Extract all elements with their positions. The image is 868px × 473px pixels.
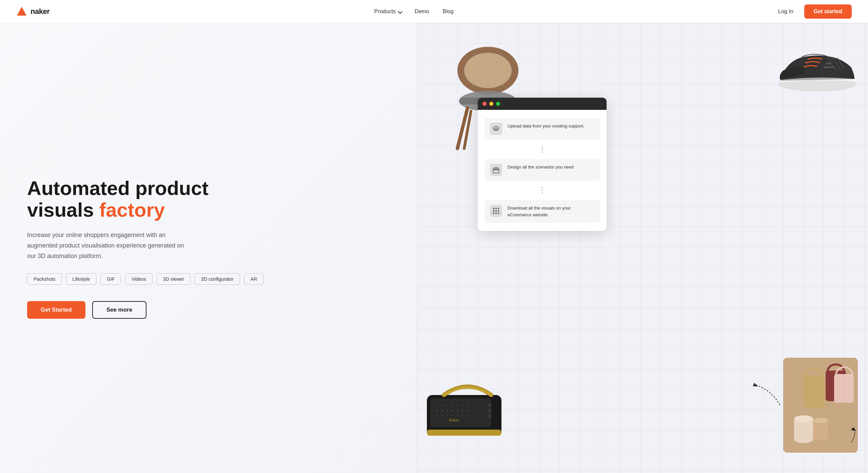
hero-heading: Automated product visuals factory xyxy=(27,177,396,221)
product-speaker: Naker xyxy=(423,378,512,446)
speaker-svg: Naker xyxy=(423,378,512,446)
ui-panel: Upload data from your existing support. xyxy=(478,98,607,231)
dashed-connector-1 xyxy=(485,145,600,154)
svg-point-28 xyxy=(436,410,438,411)
step-icon-2 xyxy=(490,164,502,176)
get-started-button[interactable]: Get Started xyxy=(27,301,85,319)
svg-rect-51 xyxy=(495,208,497,209)
svg-point-33 xyxy=(462,410,463,411)
traffic-light-green xyxy=(496,102,500,106)
svg-rect-56 xyxy=(493,213,494,214)
logo-text: naker xyxy=(31,7,50,16)
nav-blog[interactable]: Blog xyxy=(443,8,454,14)
svg-point-44 xyxy=(488,409,491,412)
svg-text:Naker: Naker xyxy=(448,417,460,422)
panel-body: Upload data from your existing support. xyxy=(478,110,607,231)
svg-point-22 xyxy=(441,405,443,406)
cta-buttons: Get Started See more xyxy=(27,301,396,319)
svg-point-62 xyxy=(794,415,813,422)
svg-point-40 xyxy=(462,415,463,416)
svg-point-27 xyxy=(467,405,468,406)
svg-point-34 xyxy=(467,410,468,411)
svg-point-25 xyxy=(457,405,458,406)
traffic-light-yellow xyxy=(489,102,493,106)
step-text-1: Upload data from your existing support. xyxy=(508,123,585,130)
step-text-3: Download all the visuals on your eCommer… xyxy=(508,205,594,218)
svg-point-31 xyxy=(452,410,453,411)
svg-rect-54 xyxy=(495,210,497,212)
hero-subtext: Increase your online shoppers engagement… xyxy=(27,230,190,261)
hero-right: new balance xyxy=(417,23,868,473)
svg-point-39 xyxy=(457,415,458,416)
svg-point-36 xyxy=(441,415,443,416)
tag-ar[interactable]: AR xyxy=(244,273,263,285)
nav-demo[interactable]: Demo xyxy=(415,8,429,14)
svg-point-24 xyxy=(452,405,453,406)
nav-login[interactable]: Log In xyxy=(778,8,793,15)
nav-right: Log In Get started xyxy=(778,4,852,19)
see-more-button[interactable]: See more xyxy=(92,301,147,319)
svg-rect-50 xyxy=(493,208,494,209)
tag-3d-configurator[interactable]: 3D configurator xyxy=(195,273,240,285)
svg-point-23 xyxy=(447,405,448,406)
logo-link[interactable]: naker xyxy=(16,6,50,17)
svg-rect-68 xyxy=(834,374,854,403)
svg-point-41 xyxy=(467,415,468,416)
svg-point-30 xyxy=(447,410,448,411)
chevron-down-icon xyxy=(398,11,401,13)
svg-marker-73 xyxy=(753,383,758,387)
tag-videos[interactable]: Videos xyxy=(125,273,153,285)
sneaker-svg: new balance xyxy=(773,26,861,94)
svg-point-26 xyxy=(462,405,463,406)
step-text-2: Design all the scenarios you need xyxy=(508,164,574,171)
svg-rect-49 xyxy=(494,167,498,169)
panel-step-2: Design all the scenarios you need xyxy=(485,159,600,181)
nav-products[interactable]: Products xyxy=(374,8,401,15)
nav-links: Products Demo Blog xyxy=(374,8,454,15)
svg-rect-20 xyxy=(430,398,491,427)
tag-3d-viewer[interactable]: 3D viewer xyxy=(157,273,191,285)
svg-rect-53 xyxy=(493,210,494,212)
curved-arrow-svg xyxy=(746,378,787,412)
svg-point-38 xyxy=(452,415,453,416)
svg-rect-52 xyxy=(498,208,499,209)
product-sneaker: new balance xyxy=(773,26,861,94)
dashed-connector-2 xyxy=(485,186,600,195)
navbar: naker Products Demo Blog Log In Get star… xyxy=(0,0,868,23)
svg-rect-58 xyxy=(498,213,499,214)
svg-point-35 xyxy=(436,415,438,416)
panel-titlebar xyxy=(478,98,607,110)
logo-icon xyxy=(16,6,27,17)
panel-step-1: Upload data from your existing support. xyxy=(485,118,600,140)
tag-packshots[interactable]: Packshots xyxy=(27,273,62,285)
tag-gif[interactable]: GIF xyxy=(100,273,121,285)
product-bags xyxy=(783,358,858,453)
svg-point-29 xyxy=(441,410,443,411)
traffic-light-red xyxy=(482,102,487,106)
step-icon-1 xyxy=(490,123,502,135)
svg-point-32 xyxy=(457,410,458,411)
svg-rect-57 xyxy=(495,213,497,214)
panel-step-3: Download all the visuals on your eCommer… xyxy=(485,200,600,223)
svg-point-21 xyxy=(436,405,438,406)
hero-section: Automated product visuals factory Increa… xyxy=(0,23,868,473)
svg-marker-0 xyxy=(17,7,26,16)
nav-get-started-button[interactable]: Get started xyxy=(804,4,852,19)
svg-rect-55 xyxy=(498,210,499,212)
svg-point-45 xyxy=(488,414,491,418)
svg-rect-19 xyxy=(427,430,501,436)
svg-point-43 xyxy=(488,403,491,407)
bags-svg xyxy=(783,358,858,453)
hero-left: Automated product visuals factory Increa… xyxy=(0,23,417,473)
tag-lifestyle[interactable]: Lifestyle xyxy=(66,273,96,285)
step-icon-3 xyxy=(490,205,502,217)
svg-point-65 xyxy=(813,418,828,423)
svg-point-37 xyxy=(447,415,448,416)
svg-rect-48 xyxy=(493,169,499,173)
tags-container: Packshots Lifestyle GIF Videos 3D viewer… xyxy=(27,273,396,285)
